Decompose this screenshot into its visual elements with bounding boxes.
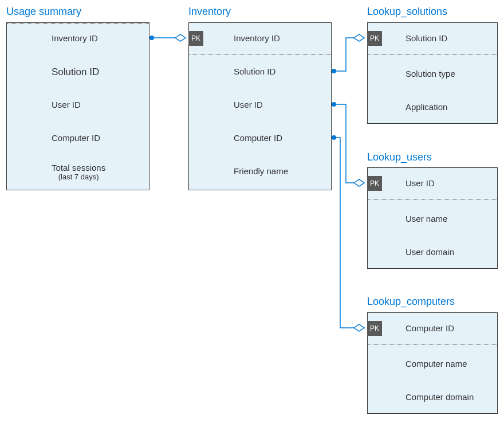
connector-inventory-to-users <box>332 102 364 186</box>
connector-inventory-to-computers <box>332 135 364 331</box>
field-total-sessions-sub: (last 7 days) <box>52 173 105 181</box>
field-application: Application <box>405 102 447 112</box>
field-computer-domain: Computer domain <box>405 392 474 402</box>
svg-point-0 <box>149 36 154 40</box>
svg-marker-4 <box>354 34 364 41</box>
svg-marker-8 <box>354 324 364 331</box>
separator <box>368 54 497 54</box>
field-user-id: User ID <box>405 178 435 188</box>
pk-badge: PK <box>367 176 382 191</box>
field-solution-id: Solution ID <box>405 33 447 43</box>
entity-title-lookup-users: Lookup_users <box>367 151 432 163</box>
field-solution-id: Solution ID <box>52 66 99 78</box>
field-user-id: User ID <box>234 100 263 109</box>
svg-point-7 <box>332 135 336 140</box>
separator <box>7 23 149 23</box>
entity-title-lookup-computers: Lookup_computers <box>367 296 455 308</box>
field-user-domain: User domain <box>405 247 454 257</box>
connector-usage-to-inventory <box>149 34 186 41</box>
field-user-id: User ID <box>52 100 81 109</box>
separator <box>189 54 331 54</box>
entity-title-lookup-solutions: Lookup_solutions <box>367 6 447 18</box>
field-solution-id: Solution ID <box>234 66 275 76</box>
field-inventory-id: Inventory ID <box>234 33 280 43</box>
field-total-sessions: Total sessions (last 7 days) <box>52 163 105 181</box>
entity-lookup-users: PK User ID User name User domain <box>367 167 498 269</box>
field-total-sessions-main: Total sessions <box>52 163 105 173</box>
svg-point-3 <box>332 69 336 73</box>
svg-marker-6 <box>354 179 364 186</box>
field-computer-id: Computer ID <box>234 133 282 143</box>
entity-lookup-solutions: PK Solution ID Solution type Application <box>367 22 498 124</box>
entity-title-inventory: Inventory <box>188 6 231 18</box>
svg-point-5 <box>332 102 336 107</box>
field-user-name: User name <box>405 214 447 224</box>
pk-badge: PK <box>367 31 382 46</box>
entity-inventory: PK Inventory ID Solution ID User ID Comp… <box>188 22 332 190</box>
entity-lookup-computers: PK Computer ID Computer name Computer do… <box>367 312 498 414</box>
svg-marker-2 <box>175 34 186 41</box>
connector-inventory-to-solutions <box>332 34 364 73</box>
field-solution-type: Solution type <box>405 69 455 79</box>
separator <box>368 199 497 199</box>
separator <box>368 344 497 344</box>
pk-badge: PK <box>188 31 203 46</box>
pk-badge: PK <box>367 321 382 336</box>
field-friendly-name: Friendly name <box>234 166 288 176</box>
field-computer-name: Computer name <box>405 359 467 369</box>
entity-usage-summary: Inventory ID Solution ID User ID Compute… <box>6 22 149 190</box>
field-inventory-id: Inventory ID <box>52 33 98 43</box>
field-computer-id: Computer ID <box>405 323 454 333</box>
entity-title-usage-summary: Usage summary <box>6 6 81 18</box>
field-computer-id: Computer ID <box>52 133 100 143</box>
